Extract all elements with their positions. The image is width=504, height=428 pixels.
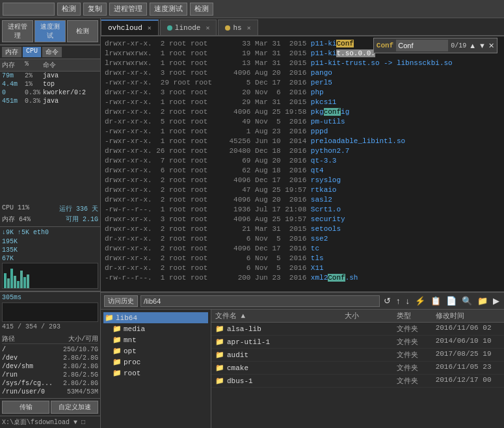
term-line: -rw-r--r--. 1 root root 1936 Jul 17 21:0… <box>105 205 500 215</box>
cpu-label: CPU 11% <box>2 204 29 213</box>
disk-path: /dev/shm <box>2 363 63 370</box>
fm-tree: 📁 lib64 📁 media 📁 mnt 📁 opt <box>101 310 211 428</box>
detect-left-btn[interactable]: 检测 <box>67 20 98 42</box>
file-row[interactable]: 📁apr-util-1 文件夹 2014/06/10 10 <box>211 336 504 349</box>
ff-date: 2016/12/17 00 <box>436 376 500 386</box>
search-label-term: Conf <box>377 42 393 49</box>
tab-linode[interactable]: linode ✕ <box>160 20 217 35</box>
pr-mem: 79m <box>2 72 25 79</box>
fm-history-btn[interactable]: 访问历史 <box>104 295 138 307</box>
fm-path-input[interactable] <box>140 295 380 307</box>
file-row[interactable]: 📁dbus-1 文件夹 2016/12/17 00 <box>211 375 504 388</box>
ff-date: 2016/11/06 02 <box>436 324 500 334</box>
disk-row[interactable]: /dev/shm 2.8G/2.8G <box>2 362 98 371</box>
disk-row[interactable]: /run 2.8G/2.5G <box>2 371 98 379</box>
tab-ovhcloud[interactable]: ovhcloud ✕ <box>101 20 159 35</box>
disk-row[interactable]: /dev 2.8G/2.8G <box>2 354 98 362</box>
search-up-btn[interactable]: ▲ <box>469 42 476 49</box>
pr-cmd: top <box>43 81 98 88</box>
term-line: drwxr-xr-x. 3 root root 4096 Aug 20 2016… <box>105 68 500 78</box>
disk-avail: 2.8G/2.8G <box>63 363 98 370</box>
process-row[interactable]: 0 0.3% kworker/0:2 <box>0 88 100 97</box>
tree-item-media[interactable]: 📁 media <box>103 323 208 334</box>
ff-size <box>345 350 397 360</box>
process-row[interactable]: 79m 2% java <box>0 72 100 80</box>
terminal-content[interactable]: Conf 0/19 ▲ ▼ ✕ drwxr-xr-x. 2 root root … <box>101 36 504 291</box>
pr-pct: 0.3% <box>25 89 43 96</box>
file-row[interactable]: 📁audit 文件夹 2017/08/25 19 <box>211 349 504 362</box>
fm-copy-btn[interactable]: 📋 <box>429 296 442 306</box>
tab-hs-close[interactable]: ✕ <box>247 24 251 32</box>
disk-row[interactable]: /sys/fs/cg... 2.8G/2.8G <box>2 379 98 388</box>
tab-linode-dot <box>167 25 172 31</box>
ff-name: 📁audit <box>215 350 345 360</box>
disk-avail: 53M4/53M <box>67 388 98 395</box>
fm-up-btn[interactable]: ↑ <box>395 296 402 306</box>
fm-files: 文件名 ▲ 大小 类型 修改时间 📁alsa-lib 文件夹 2016/11/0… <box>211 310 504 428</box>
fm-search-btn[interactable]: 🔍 <box>460 296 473 306</box>
pr-cmd: kworker/0:2 <box>43 89 98 96</box>
ff-size <box>345 337 397 347</box>
fm-refresh-btn[interactable]: ↺ <box>382 296 392 306</box>
speed-test-left-btn[interactable]: 速度测试 <box>34 20 66 42</box>
fm-folder-btn[interactable]: 📁 <box>476 296 489 306</box>
network-chart <box>2 263 98 289</box>
top-search-input[interactable] <box>3 3 55 16</box>
process-table: 内存 % 命令 79m 2% java 4.4m 1% top 0 0.3% k… <box>0 59 100 202</box>
detect2-button[interactable]: 检测 <box>190 3 213 16</box>
latency-values: 415 / 354 / 293 <box>2 323 98 330</box>
tab-linode-close[interactable]: ✕ <box>206 24 209 32</box>
tree-item-lib64[interactable]: 📁 lib64 <box>103 312 208 323</box>
term-line: drwxr-xr-x. 2 root root 4096 Dec 17 2016… <box>105 244 500 254</box>
folder-icon: 📁 <box>113 347 122 355</box>
disk-path: / <box>2 346 63 353</box>
fh-date: 修改时间 <box>436 311 500 321</box>
term-line: drwxr-xr-x. 2 root root 4096 Dec 17 2016… <box>105 176 500 185</box>
pr-pct: 2% <box>25 72 43 79</box>
search-close-btn[interactable]: ✕ <box>488 42 494 50</box>
custom-accel-button[interactable]: 自定义加速 <box>51 401 98 414</box>
tree-item-root[interactable]: 📁 root <box>103 368 208 379</box>
tree-item-mnt[interactable]: 📁 mnt <box>103 334 208 345</box>
search-down-btn[interactable]: ▼ <box>479 42 486 49</box>
file-row[interactable]: 📁alsa-lib 文件夹 2016/11/06 02 <box>211 323 504 336</box>
fm-run-btn[interactable]: ▶ <box>492 296 501 306</box>
fh-type: 类型 <box>397 311 436 321</box>
process-manage-left-btn[interactable]: 进程管理 <box>2 20 33 42</box>
process-row[interactable]: 451m 0.3% java <box>0 97 100 105</box>
tree-item-proc[interactable]: 📁 proc <box>103 356 208 368</box>
detect-button[interactable]: 检测 <box>57 3 81 16</box>
tab-hs[interactable]: hs ✕ <box>218 20 258 35</box>
fm-flash-btn[interactable]: ⚡ <box>414 296 427 306</box>
rx-label: ↓9K <box>2 229 14 236</box>
fm-file-btn[interactable]: 📄 <box>445 296 458 306</box>
tree-item-opt[interactable]: 📁 opt <box>103 345 208 356</box>
disk-row[interactable]: / 25G/10.7G <box>2 345 98 354</box>
file-row[interactable]: 📁cmake 文件夹 2016/11/05 23 <box>211 362 504 375</box>
iface-label: eth0 <box>33 229 49 236</box>
tab-cpu[interactable]: CPU <box>23 47 41 57</box>
fm-toolbar: 访问历史 ↺ ↑ ↓ ⚡ 📋 📄 🔍 📁 ▶ <box>101 293 504 310</box>
process-row[interactable]: 4.4m 1% top <box>0 80 100 88</box>
tab-mem[interactable]: 内存 <box>2 47 21 57</box>
disk-row[interactable]: /run/user/0 53M4/53M <box>2 388 98 396</box>
term-line: -rwxr-xr-x. 1 root root 1 Aug 23 2016 pp… <box>105 127 500 137</box>
ff-date: 2016/11/05 23 <box>436 363 500 373</box>
copy-button[interactable]: 复制 <box>83 3 107 16</box>
terminal-search-input[interactable] <box>396 40 448 51</box>
stat-mem: 内存 64% 可用 2.1G <box>2 214 98 224</box>
process-manage-button[interactable]: 进程管理 <box>109 3 147 16</box>
transfer-button[interactable]: 传输 <box>2 401 49 414</box>
pr-pct: 0.3% <box>25 98 43 105</box>
tree-label: lib64 <box>116 314 137 322</box>
tab-cmd[interactable]: 命令 <box>42 47 62 57</box>
folder-icon-sm: 📁 <box>215 351 224 359</box>
disk-avail: 2.8G/2.8G <box>63 354 98 362</box>
ff-type: 文件夹 <box>397 376 436 386</box>
ff-size <box>345 363 397 373</box>
fm-down-btn[interactable]: ↓ <box>405 296 412 306</box>
latency-section: 305ms 415 / 354 / 293 <box>0 291 100 332</box>
speed-test-button[interactable]: 速度测试 <box>150 3 187 16</box>
tab-ovhcloud-close[interactable]: ✕ <box>148 24 152 32</box>
stat-cpu: CPU 11% 运行 336 天 <box>2 204 98 214</box>
